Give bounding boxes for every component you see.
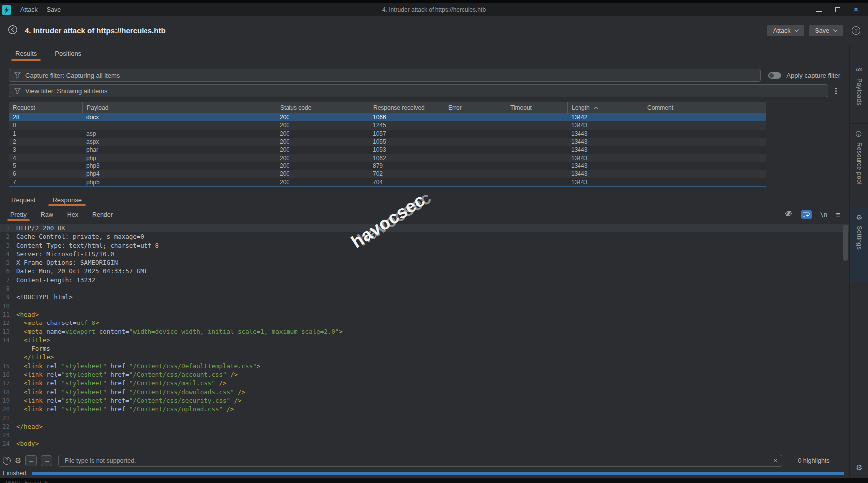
hide-highlights-button[interactable] (784, 209, 793, 220)
page-title: 4. Intruder attack of https://hercules.h… (25, 26, 166, 35)
menu-attack[interactable]: Attack (20, 6, 38, 13)
tab-raw[interactable]: Raw (35, 207, 59, 222)
column-header-payload[interactable]: Payload (82, 102, 276, 113)
cell-length: 13442 (567, 114, 643, 121)
cell-request: 7 (9, 179, 82, 186)
clear-search-icon[interactable]: × (769, 457, 777, 464)
cell-payload: php4 (82, 170, 276, 177)
search-input[interactable] (63, 457, 769, 465)
table-row[interactable]: 28docx200106613442 (9, 113, 766, 121)
cell-request: 6 (9, 170, 82, 177)
attack-button[interactable]: Attack (767, 25, 804, 36)
search-help-icon[interactable]: ? (3, 457, 11, 465)
kebab-icon (835, 90, 837, 92)
code-text: <title> (13, 336, 50, 344)
help-icon[interactable]: ? (852, 26, 860, 35)
code-text: <meta name=viewport content="width=devic… (13, 327, 343, 336)
maximize-button[interactable] (835, 5, 840, 14)
editor-scrollbar[interactable] (843, 225, 848, 261)
line-number: 23 (0, 431, 13, 439)
column-header-status-code[interactable]: Status code (276, 102, 369, 113)
code-line: 12 <meta charset=utf-8> (0, 319, 849, 327)
apply-capture-filter-toggle[interactable] (768, 72, 781, 79)
table-row[interactable]: 2aspx200105513443 (9, 138, 766, 146)
response-editor[interactable]: 1HTTP/2 200 OK2Cache-Control: private, s… (0, 222, 849, 452)
capture-filter-bar[interactable]: Capture filter: Capturing all items (9, 69, 761, 82)
tab-response[interactable]: Response (46, 193, 88, 207)
hamburger-menu-icon[interactable]: ≡ (836, 210, 840, 219)
line-number: 24 (0, 439, 13, 448)
column-header-request[interactable]: Request (9, 102, 82, 113)
clock-icon: ◷ (856, 131, 863, 137)
cell-request: 0 (9, 122, 82, 129)
code-text (13, 414, 16, 422)
back-icon[interactable] (8, 25, 18, 37)
toggle-knob (769, 73, 774, 78)
tab-request[interactable]: Request (5, 193, 42, 207)
line-number: 17 (0, 379, 13, 387)
cell-payload: aspx (82, 138, 276, 145)
code-text (13, 431, 16, 439)
code-text: <link rel="stylesheet" href="/Content/cs… (13, 379, 227, 387)
menu-save[interactable]: Save (47, 6, 61, 13)
code-text: </title> (13, 353, 54, 361)
main-content: Results Positions Capture filter: Captur… (0, 45, 849, 478)
close-button[interactable]: × (854, 7, 858, 12)
column-header-timeout[interactable]: Timeout (506, 102, 567, 113)
view-filter-bar[interactable]: View filter: Showing all items (9, 84, 828, 97)
sidebar-item-payloads[interactable]: § Payloads (850, 60, 868, 124)
sidebar-item-settings[interactable]: ⚙ Settings (850, 207, 868, 282)
code-line: 2Cache-Control: private, s-maxage=0 (0, 232, 849, 241)
column-header-comment[interactable]: Comment (643, 102, 766, 113)
cell-status: 200 (276, 130, 369, 137)
column-header-response-received[interactable]: Response received (369, 102, 444, 113)
code-line: 11<head> (0, 310, 849, 319)
table-row[interactable]: 4php200106213443 (9, 154, 766, 161)
search-bar: ? ⚙ ← → × 0 highlights (0, 452, 849, 469)
code-line: 7Content-Length: 13232 (0, 276, 849, 284)
code-line: 1HTTP/2 200 OK (0, 224, 849, 232)
table-row[interactable]: 1asp200105713443 (9, 130, 766, 138)
sort-ascending-icon (593, 106, 597, 110)
next-match-button[interactable]: → (41, 455, 52, 466)
view-mode-tab-bar: Pretty Raw Hex Render \n ≡ (0, 207, 849, 222)
search-settings-gear-icon[interactable]: ⚙ (15, 457, 21, 464)
column-header-error[interactable]: Error (444, 102, 506, 113)
line-number: 5 (0, 258, 13, 267)
code-line: Forms (0, 344, 849, 353)
save-button-label: Save (815, 27, 830, 34)
table-row[interactable]: 5php320087913443 (9, 162, 766, 170)
cell-status: 200 (276, 122, 369, 129)
cell-response: 1057 (369, 130, 444, 137)
intruder-app-icon (2, 5, 11, 15)
cell-payload: php3 (82, 162, 276, 169)
code-text: Content-Type: text/html; charset=utf-8 (13, 241, 159, 250)
line-number: 9 (0, 293, 13, 301)
line-number (0, 353, 13, 361)
sidebar-bottom-settings[interactable]: ⚙ (850, 457, 868, 478)
table-row[interactable]: 6php420070213443 (9, 170, 766, 178)
save-button[interactable]: Save (809, 25, 843, 36)
table-row[interactable]: 0200124513443 (9, 121, 766, 129)
code-line: 19 <link rel="stylesheet" href="/Content… (0, 396, 849, 405)
view-filter-menu-button[interactable] (828, 87, 837, 95)
cell-status: 200 (276, 179, 369, 186)
table-row[interactable]: 3phar200105313443 (9, 146, 766, 154)
tab-render[interactable]: Render (87, 207, 118, 222)
column-header-length[interactable]: Length (567, 102, 643, 113)
previous-match-button[interactable]: ← (25, 455, 37, 466)
cell-length: 13443 (567, 179, 643, 186)
tab-results[interactable]: Results (9, 45, 43, 62)
cell-length: 13443 (567, 146, 643, 153)
table-row[interactable]: 7php520070413443 (9, 178, 766, 186)
tab-pretty[interactable]: Pretty (5, 207, 32, 222)
tab-positions[interactable]: Positions (48, 45, 88, 62)
newline-icon[interactable]: \n (820, 211, 827, 218)
line-number: 1 (0, 224, 13, 232)
cell-response: 1055 (369, 138, 444, 145)
soft-wrap-button[interactable] (801, 210, 812, 219)
minimize-button[interactable] (816, 5, 822, 14)
sidebar-item-resource-pool[interactable]: ◷ Resource pool (850, 124, 868, 207)
tab-hex[interactable]: Hex (62, 207, 84, 222)
code-line: 3Content-Type: text/html; charset=utf-8 (0, 241, 849, 250)
